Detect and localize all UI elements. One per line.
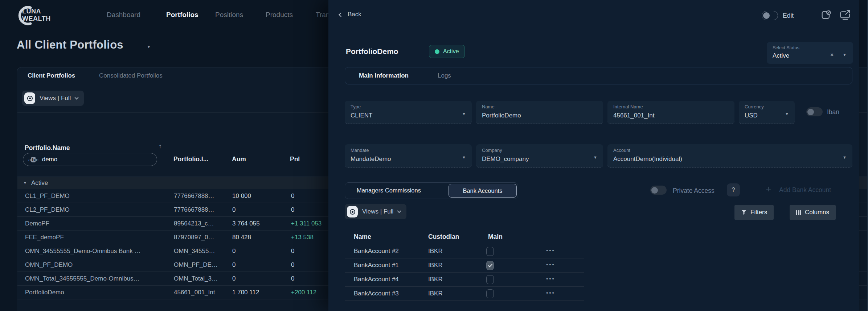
- bank-row[interactable]: BankAccount #2 IBKR •••: [345, 244, 584, 258]
- bank-row[interactable]: BankAccount #1 IBKR •••: [345, 258, 584, 273]
- filters-button[interactable]: Filters: [734, 205, 774, 220]
- row-menu-icon[interactable]: •••: [546, 275, 555, 282]
- add-bank-account-button[interactable]: Add Bank Account: [779, 186, 831, 194]
- field-value: DEMO_company: [482, 156, 529, 163]
- type-select-field[interactable]: Type CLIENT ▼: [345, 101, 472, 124]
- iban-toggle-label: Iban: [827, 108, 839, 116]
- cell-aum: 1 700 112: [232, 289, 259, 296]
- status-badge: Active: [429, 45, 465, 58]
- dropdown-caret-icon: ▼: [593, 155, 597, 159]
- tab-logs[interactable]: Logs: [438, 72, 451, 79]
- field-value: PortfolioDemo: [482, 112, 521, 119]
- sort-ascending-icon[interactable]: ↑: [159, 143, 162, 150]
- cell-pnl: 0: [291, 206, 294, 213]
- cell-pnl: +13 538: [291, 234, 314, 241]
- bank-table-body: BankAccount #2 IBKR ••• BankAccount #1 I…: [345, 244, 584, 301]
- columns-icon: [796, 210, 801, 215]
- views-button[interactable]: Views | Full: [22, 91, 84, 106]
- columns-button[interactable]: Columns: [790, 205, 836, 220]
- field-value: MandateDemo: [351, 156, 391, 163]
- iban-toggle[interactable]: [806, 107, 823, 116]
- cell-pnl: +1 311 053: [291, 220, 322, 227]
- row-menu-icon[interactable]: •••: [546, 261, 555, 268]
- column-header-portfolio-name[interactable]: Portfolio.Name: [25, 144, 70, 152]
- cell-aum: 0: [232, 248, 236, 255]
- row-menu-icon[interactable]: •••: [546, 247, 555, 253]
- status-select-label: Select Status: [773, 45, 799, 50]
- cell-aum: 3 764 055: [232, 220, 260, 227]
- field-label: Currency: [745, 104, 764, 109]
- bank-row[interactable]: BankAccount #4 IBKR •••: [345, 273, 584, 287]
- toggle-knob: [807, 109, 814, 115]
- cell-internal: 89564213_c…: [174, 220, 214, 227]
- cell-pnl: +200 112: [291, 289, 316, 296]
- nav-portfolios[interactable]: Portfolios: [166, 11, 198, 19]
- cell-bank-name: BankAccount #4: [354, 276, 399, 283]
- main-checkbox[interactable]: [486, 261, 494, 270]
- field-label: Internal Name: [613, 104, 643, 109]
- drawer-title: PortfolioDemo: [346, 47, 398, 56]
- mandate-select-field[interactable]: Mandate MandateDemo ▼: [345, 144, 472, 167]
- chevron-down-icon: [397, 209, 401, 213]
- page-title: All Client Portfolios: [17, 38, 123, 51]
- status-badge-label: Active: [443, 48, 459, 55]
- cell-name: CL2_PF_DEMO: [25, 206, 70, 213]
- tab-main-information[interactable]: Main Information: [359, 72, 409, 79]
- main-checkbox[interactable]: [486, 289, 494, 298]
- help-icon[interactable]: ?: [727, 183, 740, 196]
- dropdown-caret-icon: ▼: [843, 155, 847, 159]
- bank-column-custodian[interactable]: Custodian: [428, 233, 459, 241]
- bank-column-main[interactable]: Main: [488, 233, 503, 241]
- status-select-value: Active: [773, 52, 789, 59]
- nav-positions[interactable]: Positions: [215, 11, 243, 19]
- main-checkbox[interactable]: [486, 247, 494, 256]
- edit-toggle-label: Edit: [783, 12, 794, 20]
- views-button[interactable]: Views | Full: [345, 204, 406, 219]
- status-select[interactable]: Select Status Active × ▼: [767, 42, 853, 64]
- dropdown-caret-icon: ▼: [785, 112, 789, 116]
- private-access-toggle[interactable]: [650, 186, 667, 195]
- column-header-aum[interactable]: Aum: [232, 156, 246, 163]
- column-header-internal[interactable]: Portfolio.I...: [173, 156, 208, 163]
- cell-internal: 45661_001_Int: [174, 289, 215, 296]
- clear-icon[interactable]: ×: [830, 51, 834, 58]
- cell-bank-name: BankAccount #2: [354, 248, 399, 255]
- cell-pnl: 0: [291, 192, 294, 200]
- currency-select-field[interactable]: Currency USD ▼: [739, 101, 795, 124]
- edit-toggle[interactable]: [762, 11, 778, 20]
- subtab-managers-commissions[interactable]: Managers Commissions: [357, 187, 421, 194]
- title-caret-icon[interactable]: ▼: [147, 44, 151, 49]
- cell-name: CL1_PF_DEMO: [25, 192, 70, 200]
- main-checkbox[interactable]: [486, 275, 494, 284]
- nav-dashboard[interactable]: Dashboard: [107, 11, 140, 19]
- cell-custodian: IBKR: [428, 248, 443, 255]
- check-icon: [488, 263, 492, 267]
- name-field[interactable]: Name PortfolioDemo: [476, 101, 603, 124]
- field-label: Mandate: [351, 148, 369, 153]
- tab-consolidated-portfolios[interactable]: Consolidated Portfolios: [99, 72, 163, 79]
- column-header-pnl[interactable]: Pnl: [290, 156, 300, 163]
- tab-client-portfolios[interactable]: Client Portfolios: [28, 72, 75, 79]
- back-button[interactable]: Back: [339, 11, 361, 18]
- cell-aum: 80 428: [232, 234, 251, 241]
- portfolio-name-filter-input[interactable]: abc demo: [23, 153, 157, 166]
- bank-row[interactable]: BankAccount #3 IBKR •••: [345, 287, 584, 301]
- views-button-label: Views | Full: [362, 208, 393, 215]
- bank-column-name[interactable]: Name: [354, 233, 371, 241]
- internal-name-field[interactable]: Internal Name 45661_001_Int: [607, 101, 734, 124]
- row-menu-icon[interactable]: •••: [546, 290, 555, 296]
- field-label: Account: [613, 148, 630, 153]
- subtab-bank-accounts[interactable]: Bank Accounts: [449, 184, 517, 198]
- views-button-label: Views | Full: [40, 95, 71, 102]
- group-collapse-icon: ▼: [23, 181, 27, 185]
- nav-products[interactable]: Products: [266, 11, 293, 19]
- private-access-label: Private Access: [673, 187, 715, 195]
- brand-logo[interactable]: LUNA WEALTH: [16, 4, 96, 27]
- field-value: CLIENT: [351, 112, 372, 119]
- open-external-icon[interactable]: [839, 9, 851, 22]
- filter-value: demo: [42, 156, 58, 163]
- copy-link-icon[interactable]: [820, 9, 832, 22]
- company-select-field[interactable]: Company DEMO_company ▼: [476, 144, 603, 167]
- account-select-field[interactable]: Account AccountDemo(Individual) ▼: [607, 144, 852, 167]
- portfolio-detail-drawer: Back Edit PortfolioDemo Active: [328, 0, 859, 311]
